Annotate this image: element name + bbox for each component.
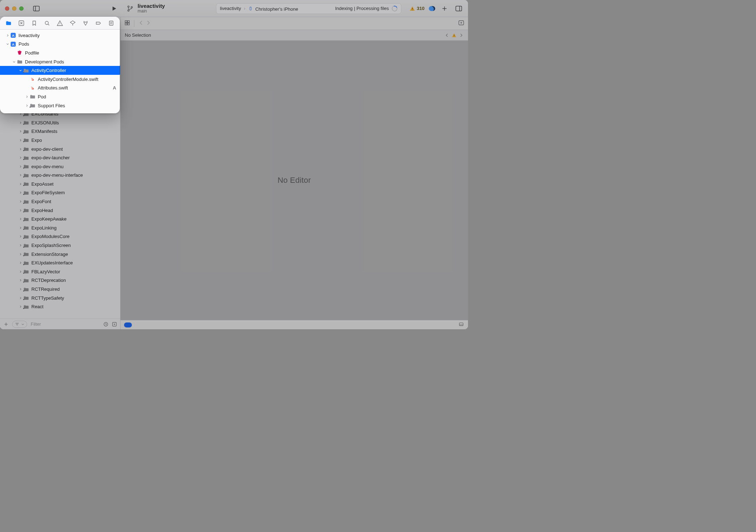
disclosure-triangle[interactable] xyxy=(18,69,23,72)
toggle-inspector-button[interactable] xyxy=(454,4,464,14)
tree-row[interactable]: expo-dev-menu-interface xyxy=(0,171,120,180)
add-editor-button[interactable] xyxy=(458,20,464,27)
disclosure-triangle[interactable] xyxy=(18,209,23,212)
tree-row[interactable]: RCTDeprecation xyxy=(0,276,120,285)
tree-row[interactable]: liveactivity xyxy=(0,31,120,40)
tree-row[interactable]: ExpoFont xyxy=(0,197,120,206)
disclosure-triangle[interactable] xyxy=(18,305,23,308)
prev-issue-button[interactable] xyxy=(444,33,449,38)
related-items-button[interactable] xyxy=(124,20,130,27)
disclosure-triangle[interactable] xyxy=(18,279,23,282)
tree-row[interactable]: EXUpdatesInterface xyxy=(0,258,120,267)
find-navigator-tab[interactable] xyxy=(42,18,52,28)
nav-back-button[interactable] xyxy=(138,20,144,27)
library-button[interactable] xyxy=(439,4,449,14)
disclosure-triangle[interactable] xyxy=(18,288,23,291)
disclosure-triangle[interactable] xyxy=(18,244,23,247)
disclosure-triangle[interactable] xyxy=(24,95,29,98)
breakpoints-navigator-tab[interactable] xyxy=(93,18,103,28)
disclosure-triangle[interactable] xyxy=(18,148,23,151)
tree-row[interactable]: ActivityControllerModule.swift xyxy=(0,75,120,84)
tree-row[interactable]: expo-dev-client xyxy=(0,145,120,154)
tree-row[interactable]: ExpoHead xyxy=(0,206,120,215)
issue-indicator-icon xyxy=(452,33,457,38)
disclosure-triangle[interactable] xyxy=(18,139,23,142)
run-destination[interactable]: Christopher's iPhone xyxy=(248,5,298,12)
tree-row[interactable]: Attributes.swift A xyxy=(0,84,120,93)
disclosure-triangle[interactable] xyxy=(18,191,23,194)
disclosure-triangle[interactable] xyxy=(18,261,23,264)
tests-navigator-tab[interactable] xyxy=(68,18,78,28)
tree-row[interactable]: Development Pods xyxy=(0,57,120,66)
disclosure-triangle[interactable] xyxy=(5,34,10,37)
disclosure-triangle[interactable] xyxy=(18,174,23,177)
tree-row[interactable]: RCTRequired xyxy=(0,285,120,294)
tree-row[interactable]: RCTTypeSafety xyxy=(0,294,120,303)
disclosure-triangle[interactable] xyxy=(18,182,23,186)
tree-row[interactable]: EXManifests xyxy=(0,127,120,136)
zoom-window-button[interactable] xyxy=(19,6,24,11)
disclosure-triangle[interactable] xyxy=(24,104,29,107)
disclosure-triangle[interactable] xyxy=(18,156,23,159)
disclosure-triangle[interactable] xyxy=(18,200,23,203)
folderref-icon xyxy=(23,304,29,310)
activity-view[interactable]: liveactivity › Christopher's iPhone Inde… xyxy=(216,3,401,14)
tree-row[interactable]: ExpoKeepAwake xyxy=(0,215,120,223)
debug-navigator-tab[interactable] xyxy=(81,18,91,28)
scm-branch-indicator[interactable]: liveactivity main xyxy=(126,3,183,13)
debug-status-indicator[interactable] xyxy=(124,322,132,327)
tree-row[interactable]: React xyxy=(0,302,120,311)
disclosure-triangle[interactable] xyxy=(18,130,23,133)
disclosure-triangle[interactable] xyxy=(18,296,23,300)
toggle-console-button[interactable] xyxy=(458,322,464,328)
cloud-status-button[interactable] xyxy=(429,6,435,11)
disclosure-triangle[interactable] xyxy=(18,235,23,238)
minimize-window-button[interactable] xyxy=(12,6,16,11)
project-tree-highlight[interactable]: liveactivity Pods Podfile Development Po… xyxy=(0,30,120,111)
tree-row[interactable]: ExpoLinking xyxy=(0,223,120,232)
issues-navigator-tab[interactable] xyxy=(55,18,65,28)
scheme-name[interactable]: liveactivity xyxy=(220,6,241,11)
tree-row[interactable]: Pods xyxy=(0,40,120,49)
tree-row[interactable]: ExtensionStorage xyxy=(0,250,120,259)
bookmarks-navigator-tab[interactable] xyxy=(29,18,39,28)
disclosure-triangle[interactable] xyxy=(18,217,23,221)
recent-filter-button[interactable] xyxy=(103,321,109,327)
tree-row[interactable]: ExpoAsset xyxy=(0,180,120,188)
tree-row[interactable]: EXJSONUtils xyxy=(0,118,120,127)
issues-count-button[interactable]: 310 xyxy=(410,6,425,11)
tree-row[interactable]: Podfile xyxy=(0,48,120,57)
tree-row[interactable]: ExpoFileSystem xyxy=(0,188,120,197)
disclosure-triangle[interactable] xyxy=(11,60,16,63)
tree-row[interactable]: FBLazyVector xyxy=(0,267,120,276)
tree-row[interactable]: ExpoSplashScreen xyxy=(0,241,120,250)
tree-row-label: liveactivity xyxy=(19,33,116,38)
tree-row[interactable]: expo-dev-menu xyxy=(0,162,120,171)
toggle-navigator-button[interactable] xyxy=(31,4,41,14)
tree-row[interactable]: Pod xyxy=(0,92,120,101)
project-navigator-tab[interactable] xyxy=(4,18,14,28)
disclosure-triangle[interactable] xyxy=(5,42,10,46)
new-file-button[interactable] xyxy=(3,321,9,327)
reports-navigator-tab[interactable] xyxy=(106,18,116,28)
tree-row-label: Pod xyxy=(38,94,116,99)
next-issue-button[interactable] xyxy=(459,33,464,38)
disclosure-triangle[interactable] xyxy=(18,226,23,229)
tree-row[interactable]: Expo xyxy=(0,136,120,145)
tree-row[interactable]: expo-dev-launcher xyxy=(0,153,120,162)
tree-row[interactable]: ExpoModulesCore xyxy=(0,232,120,241)
source-control-navigator-tab[interactable] xyxy=(16,18,26,28)
tree-row[interactable]: Support Files xyxy=(0,101,120,110)
scm-filter-button[interactable] xyxy=(112,321,117,327)
folderref-icon xyxy=(23,146,29,152)
disclosure-triangle[interactable] xyxy=(18,270,23,273)
filter-scope-button[interactable] xyxy=(12,321,27,328)
disclosure-triangle[interactable] xyxy=(18,121,23,124)
run-button[interactable] xyxy=(109,4,119,14)
disclosure-triangle[interactable] xyxy=(18,253,23,256)
nav-forward-button[interactable] xyxy=(145,20,151,27)
filter-input[interactable] xyxy=(30,321,100,327)
disclosure-triangle[interactable] xyxy=(18,165,23,168)
tree-row[interactable]: ActivityController xyxy=(0,66,120,75)
close-window-button[interactable] xyxy=(5,6,9,11)
